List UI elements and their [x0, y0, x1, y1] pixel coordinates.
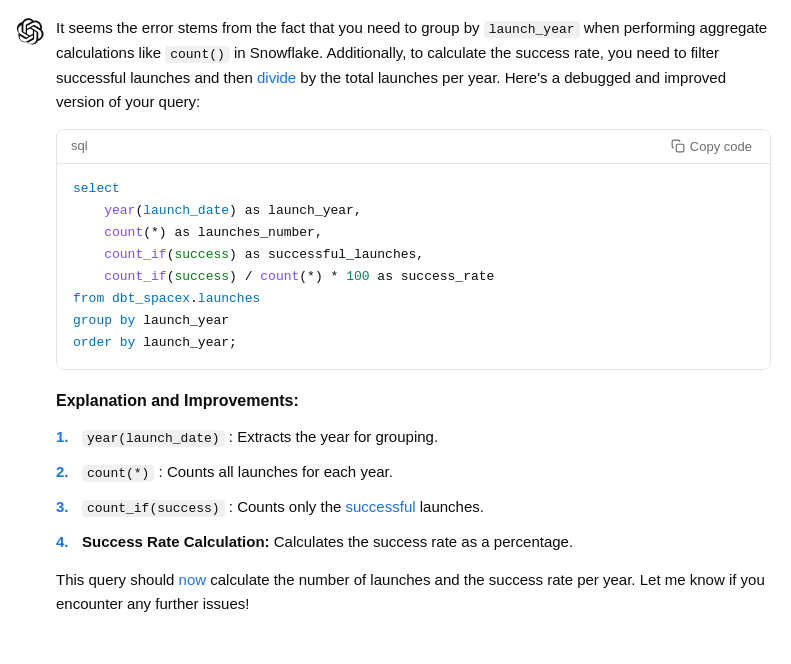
intro-paragraph: It seems the error stems from the fact t…	[56, 16, 771, 115]
inline-code-launch-year: launch_year	[484, 21, 580, 38]
explanation-heading: Explanation and Improvements:	[56, 388, 771, 414]
chat-message: It seems the error stems from the fact t…	[16, 16, 771, 617]
code-line-from: from dbt_spacex.launches	[73, 288, 754, 310]
footer-paragraph: This query should now calculate the numb…	[56, 568, 771, 618]
inline-code-count-star: count(*)	[82, 465, 154, 482]
inline-code-count: count()	[165, 46, 230, 63]
explanation-list: 1. year(launch_date) : Extracts the year…	[56, 425, 771, 553]
code-line-count-if-1: count_if(success) as successful_launches…	[73, 244, 754, 266]
intro-text-part1: It seems the error stems from the fact t…	[56, 19, 480, 36]
list-item-1: 1. year(launch_date) : Extracts the year…	[56, 425, 771, 450]
list-item-text-2: count(*) : Counts all launches for each …	[82, 460, 393, 485]
code-block-content: select year(launch_date) as launch_year,…	[57, 164, 770, 369]
code-block-header: sql Copy code	[57, 130, 770, 164]
list-item-3: 3. count_if(success) : Counts only the s…	[56, 495, 771, 520]
list-item-blue-3: successful	[346, 498, 416, 515]
list-num-4: 4.	[56, 530, 74, 554]
code-line-count: count(*) as launches_number,	[73, 222, 754, 244]
list-item-4: 4. Success Rate Calculation: Calculates …	[56, 530, 771, 554]
code-line-select: select	[73, 178, 754, 200]
inline-code-year: year(launch_date)	[82, 430, 225, 447]
code-line-expr: count_if(success) / count(*) * 100 as su…	[73, 266, 754, 288]
list-item-2: 2. count(*) : Counts all launches for ea…	[56, 460, 771, 485]
list-num-1: 1.	[56, 425, 74, 449]
list-item-desc-3b: launches.	[420, 498, 484, 515]
avatar	[16, 18, 44, 46]
code-block-wrapper: sql Copy code select year(launch_date) a…	[56, 129, 771, 370]
copy-code-button[interactable]: Copy code	[667, 137, 756, 156]
list-num-3: 3.	[56, 495, 74, 519]
copy-label: Copy code	[690, 139, 752, 154]
list-item-desc-3a: : Counts only the	[229, 498, 346, 515]
code-line-order: order by launch_year;	[73, 332, 754, 354]
code-line-group: group by launch_year	[73, 310, 754, 332]
list-item-desc-4: Calculates the success rate as a percent…	[274, 533, 573, 550]
inline-code-count-if: count_if(success)	[82, 500, 225, 517]
svg-rect-0	[676, 145, 684, 153]
list-item-text-1: year(launch_date) : Extracts the year fo…	[82, 425, 438, 450]
code-line-year: year(launch_date) as launch_year,	[73, 200, 754, 222]
explanation-section: Explanation and Improvements: 1. year(la…	[56, 388, 771, 554]
list-num-2: 2.	[56, 460, 74, 484]
list-item-desc-2: : Counts all launches for each year.	[159, 463, 393, 480]
footer-blue-now: now	[179, 571, 207, 588]
list-item-text-3: count_if(success) : Counts only the succ…	[82, 495, 484, 520]
copy-icon	[671, 139, 685, 153]
list-item-desc-1: : Extracts the year for grouping.	[229, 428, 438, 445]
message-content: It seems the error stems from the fact t…	[56, 16, 771, 617]
code-lang-label: sql	[71, 136, 88, 157]
list-item-bold-4: Success Rate Calculation:	[82, 533, 270, 550]
list-item-text-4: Success Rate Calculation: Calculates the…	[82, 530, 573, 554]
footer-text-part1: This query should	[56, 571, 179, 588]
